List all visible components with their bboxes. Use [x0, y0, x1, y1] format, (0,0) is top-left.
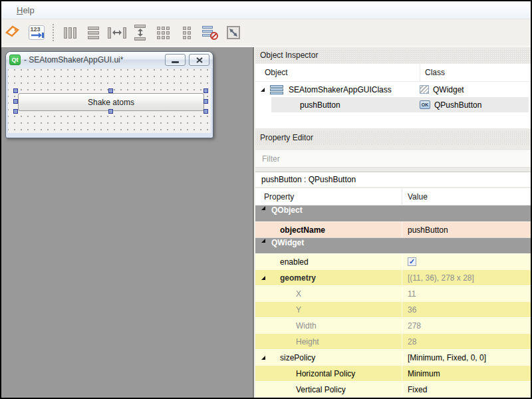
property-group-qobject[interactable]: QObject: [255, 205, 531, 221]
object-name[interactable]: SEAtomShakerAppGUIClass: [289, 85, 392, 94]
property-value[interactable]: ✓: [402, 254, 531, 269]
property-row-objectname[interactable]: objectName pushButton: [255, 221, 531, 237]
property-value[interactable]: 36: [402, 302, 531, 317]
selection-handle-bottom-center[interactable]: [108, 109, 113, 114]
property-name[interactable]: geometry: [280, 273, 316, 283]
property-value[interactable]: pushButton: [402, 222, 531, 237]
qt-logo-icon: Qt: [9, 55, 21, 65]
group-name: QWidget: [271, 238, 304, 253]
property-row-horizontal-policy[interactable]: Horizontal Policy Minimum: [255, 365, 531, 381]
layout-horizontal-button[interactable]: [61, 23, 80, 43]
property-row-vertical-policy[interactable]: Vertical Policy Fixed: [255, 381, 531, 397]
filter-row: [255, 150, 531, 168]
form-editor-window: Qt - SEAtomShakerAppGUI.ui* Shake atoms: [5, 51, 213, 138]
dock-panel: Object Inspector Object Class SEAtomShak…: [255, 47, 531, 398]
toolbar: 123: [1, 19, 531, 47]
selection-handle-top-right[interactable]: [203, 88, 208, 93]
form-canvas[interactable]: Shake atoms: [8, 68, 211, 133]
selection-handle-mid-right[interactable]: [203, 99, 208, 104]
minimize-icon: [172, 61, 179, 63]
property-name[interactable]: X: [255, 289, 301, 299]
checkbox-checked-icon[interactable]: ✓: [408, 257, 416, 266]
selection-handle-bottom-right[interactable]: [203, 109, 208, 114]
break-layout-button[interactable]: [200, 23, 219, 43]
vertical-layout-icon: [270, 85, 283, 94]
collapse-triangle-icon[interactable]: [261, 205, 266, 221]
property-row-sizepolicy[interactable]: sizePolicy [Minimum, Fixed, 0, 0]: [255, 349, 531, 365]
property-value[interactable]: 11: [402, 286, 531, 301]
property-row-width[interactable]: Width 278: [255, 317, 531, 333]
designed-push-button[interactable]: Shake atoms: [18, 93, 204, 111]
form-window-title: - SEAtomShakerAppGUI.ui*: [24, 55, 162, 65]
property-name[interactable]: Vertical Policy: [255, 385, 346, 394]
layout-vertical-splitter-icon: [134, 25, 146, 41]
buddy-tag-icon: [5, 25, 21, 41]
property-row-y[interactable]: Y 36: [255, 301, 531, 317]
property-value[interactable]: Minimum: [402, 366, 531, 381]
property-row-geometry[interactable]: geometry [(11, 36), 278 x 28]: [255, 269, 531, 285]
layout-horizontal-splitter-button[interactable]: [107, 23, 126, 43]
property-table: Property Value QObject objectName pushBu…: [255, 188, 531, 397]
column-header-value: Value: [402, 188, 531, 205]
selection-handle-mid-left[interactable]: [13, 99, 18, 104]
break-layout-icon: [202, 25, 218, 40]
layout-horizontal-icon: [64, 27, 76, 39]
tree-row-root-widget[interactable]: SEAtomShakerAppGUIClass QWidget: [255, 82, 531, 97]
column-header-class: Class: [420, 64, 531, 81]
layout-horizontal-splitter-icon: [108, 27, 126, 39]
property-editor-header: Property Editor: [255, 131, 531, 145]
qt-designer-window: Help 123: [1, 1, 531, 398]
group-name: QObject: [271, 205, 303, 221]
property-value[interactable]: 278: [402, 318, 531, 333]
object-inspector-column-headers: Object Class: [255, 64, 531, 82]
expand-triangle-icon[interactable]: [260, 87, 265, 92]
expand-triangle-icon[interactable]: [261, 355, 266, 360]
property-row-enabled[interactable]: enabled ✓: [255, 253, 531, 269]
layout-form-button[interactable]: [177, 23, 196, 43]
property-row-x[interactable]: X 11: [255, 285, 531, 301]
property-value[interactable]: [Minimum, Fixed, 0, 0]: [402, 350, 531, 365]
toolbar-separator: [53, 24, 54, 41]
selected-object-label: pushButton : QPushButton: [255, 172, 531, 187]
edit-tab-order-button[interactable]: 123: [27, 23, 46, 43]
property-table-column-headers: Property Value: [255, 188, 531, 205]
property-name[interactable]: enabled: [255, 257, 309, 267]
object-name[interactable]: pushButton: [300, 100, 340, 110]
property-name[interactable]: sizePolicy: [280, 353, 315, 362]
adjust-size-icon: [227, 26, 240, 39]
edit-buddies-button[interactable]: [3, 23, 23, 43]
property-group-qwidget[interactable]: QWidget: [255, 237, 531, 253]
form-window-titlebar[interactable]: Qt - SEAtomShakerAppGUI.ui*: [6, 52, 213, 68]
selection-handle-bottom-left[interactable]: [13, 109, 18, 114]
class-name: QWidget: [433, 85, 464, 94]
tab-order-icon: 123: [29, 25, 45, 40]
selection-handle-top-left[interactable]: [13, 88, 18, 93]
filter-input[interactable]: [255, 150, 531, 168]
selection-handle-top-center[interactable]: [108, 88, 113, 93]
property-value[interactable]: Fixed: [402, 382, 531, 397]
menu-bar: Help: [1, 1, 531, 19]
close-button[interactable]: [189, 54, 209, 66]
property-name[interactable]: Horizontal Policy: [255, 369, 355, 378]
property-name[interactable]: Y: [255, 305, 301, 315]
property-row-height[interactable]: Height 28: [255, 333, 531, 349]
property-value[interactable]: [(11, 36), 278 x 28]: [402, 270, 531, 285]
layout-vertical-splitter-button[interactable]: [130, 23, 150, 43]
minimize-button[interactable]: [165, 54, 186, 66]
property-value[interactable]: 28: [402, 334, 531, 349]
menu-item-help[interactable]: Help: [12, 4, 39, 17]
qwidget-icon: [420, 85, 429, 94]
qpushbutton-icon: OK: [420, 100, 430, 109]
layout-grid-button[interactable]: [154, 23, 173, 43]
object-inspector-header: Object Inspector: [255, 49, 531, 63]
class-name: QPushButton: [434, 100, 481, 110]
column-header-property: Property: [255, 192, 402, 201]
property-name[interactable]: objectName: [255, 225, 325, 235]
expand-triangle-icon[interactable]: [261, 275, 266, 281]
adjust-size-button[interactable]: [223, 23, 243, 43]
collapse-triangle-icon[interactable]: [261, 238, 266, 253]
tree-row-push-button[interactable]: pushButton OK QPushButton: [255, 97, 531, 112]
property-name[interactable]: Width: [255, 321, 317, 331]
layout-vertical-button[interactable]: [84, 23, 103, 43]
property-name[interactable]: Height: [255, 337, 319, 346]
